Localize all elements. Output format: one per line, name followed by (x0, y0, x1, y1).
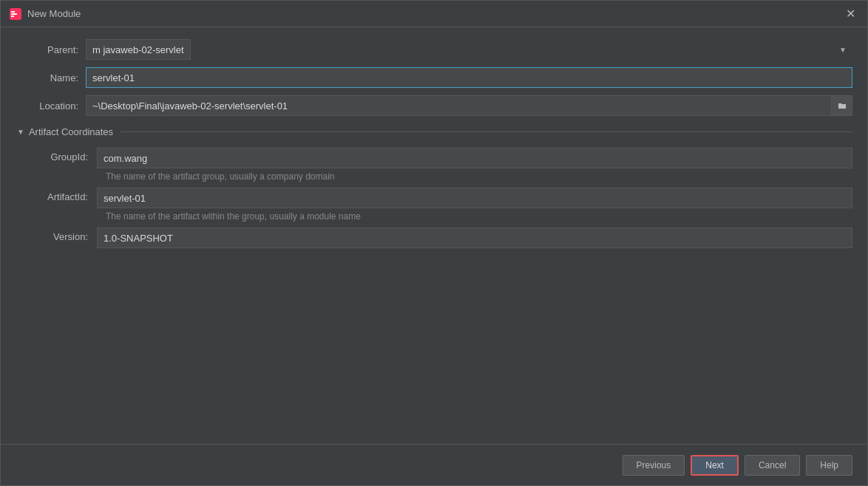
section-title: Artifact Coordinates (29, 126, 113, 137)
svg-rect-2 (11, 13, 17, 15)
dialog-title: New Module (27, 8, 81, 19)
folder-icon (838, 101, 847, 110)
location-field (86, 95, 852, 116)
app-icon (10, 8, 21, 20)
browse-button[interactable] (832, 95, 852, 116)
name-row: Name: (16, 67, 852, 88)
previous-button[interactable]: Previous (623, 455, 685, 476)
version-input[interactable] (97, 227, 852, 248)
title-bar-left: New Module (10, 8, 81, 20)
groupid-input[interactable] (97, 148, 852, 168)
svg-rect-1 (11, 11, 15, 13)
version-label: Version: (38, 227, 97, 242)
section-header: ▼ Artifact Coordinates (16, 126, 852, 137)
artifactid-input[interactable] (97, 188, 852, 208)
parent-label: Parent: (16, 44, 86, 55)
location-input[interactable] (86, 95, 832, 116)
location-label: Location: (16, 100, 86, 112)
artifactid-label: ArtifactId: (38, 188, 97, 202)
name-input[interactable] (86, 67, 852, 88)
version-row: Version: (16, 227, 852, 248)
help-button[interactable]: Help (806, 455, 852, 476)
parent-dropdown-wrapper: m javaweb-02-servlet (86, 39, 852, 60)
dialog-content: Parent: m javaweb-02-servlet Name: Locat… (1, 27, 867, 444)
groupid-label: GroupId: (38, 148, 97, 162)
name-label: Name: (16, 72, 86, 83)
artifact-coordinates-section: ▼ Artifact Coordinates GroupId: The name… (16, 123, 852, 251)
groupid-row: GroupId: (16, 148, 852, 168)
artifactid-field (97, 188, 852, 208)
parent-select[interactable]: m javaweb-02-servlet (86, 39, 191, 60)
new-module-dialog: New Module ✕ Parent: m javaweb-02-servle… (0, 0, 868, 486)
section-divider (121, 131, 852, 132)
groupid-hint: The name of the artifact group, usually … (16, 171, 852, 182)
artifactid-hint: The name of the artifact within the grou… (16, 211, 852, 222)
svg-rect-3 (11, 16, 14, 17)
dialog-footer: Previous Next Cancel Help (1, 444, 867, 485)
title-bar: New Module ✕ (1, 1, 867, 27)
cancel-button[interactable]: Cancel (745, 455, 800, 476)
close-button[interactable]: ✕ (843, 7, 858, 21)
groupid-field (97, 148, 852, 168)
version-field (97, 227, 852, 248)
name-field (86, 67, 852, 88)
section-toggle-icon[interactable]: ▼ (17, 128, 24, 136)
location-row: Location: (16, 95, 852, 116)
artifactid-row: ArtifactId: (16, 188, 852, 208)
parent-row: Parent: m javaweb-02-servlet (16, 39, 852, 60)
next-button[interactable]: Next (691, 455, 739, 476)
